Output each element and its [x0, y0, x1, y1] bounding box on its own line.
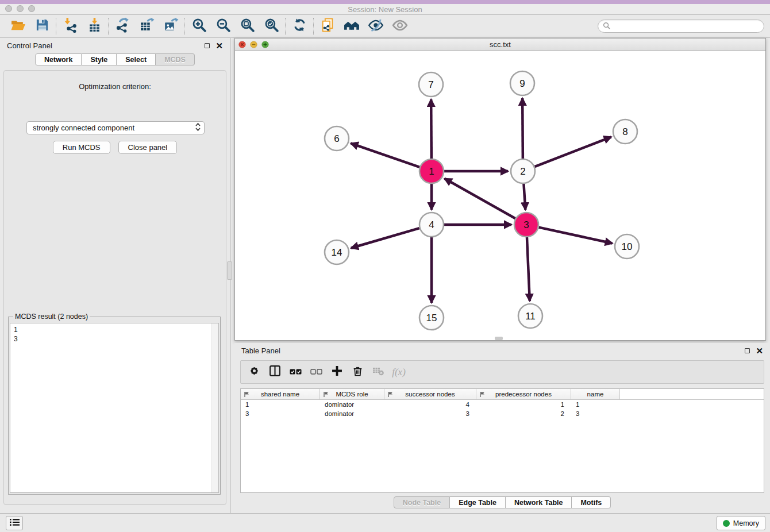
graph-edge-4-14[interactable] [351, 228, 419, 248]
table-settings-button[interactable] [245, 364, 263, 381]
graph-edge-3-1[interactable] [445, 179, 515, 218]
graph-node-label-7: 7 [428, 79, 433, 90]
graph-edge-2-9[interactable] [522, 98, 523, 159]
refresh-layout-button[interactable] [287, 17, 311, 36]
minimize-window-icon[interactable] [17, 5, 24, 12]
export-table-button[interactable] [134, 17, 159, 36]
graph-edge-3-10[interactable] [538, 228, 612, 244]
tab-mcds[interactable]: MCDS [156, 53, 195, 65]
task-history-button[interactable] [6, 516, 23, 530]
column-header-shared-name[interactable]: shared name [241, 389, 320, 399]
graph-edge-3-11[interactable] [527, 237, 530, 301]
home-button[interactable] [340, 17, 364, 36]
table-cell[interactable]: dominator [320, 410, 384, 417]
mcds-result-area[interactable]: 1 3 [10, 323, 219, 493]
network-canvas[interactable]: 7968124314101511 [235, 51, 765, 340]
zoom-window-icon[interactable] [28, 5, 35, 12]
export-image-button[interactable] [159, 17, 183, 36]
zoom-out-icon [215, 17, 231, 35]
zoom-out-button[interactable] [211, 17, 235, 36]
node-table[interactable]: shared nameMCDS rolesuccessor nodesprede… [240, 388, 764, 493]
save-session-button[interactable] [30, 17, 54, 36]
zoom-fit-button[interactable] [235, 17, 259, 36]
function-builder-button[interactable]: f(x) [390, 364, 407, 381]
zoom-fit-icon [240, 17, 255, 35]
network-window-title: scc.txt [490, 40, 511, 49]
run-mcds-button[interactable]: Run MCDS [53, 141, 110, 154]
memory-button[interactable]: Memory [717, 516, 765, 530]
table-cell[interactable]: 3 [384, 410, 476, 417]
mcds-result-title: MCDS result (2 nodes) [13, 313, 90, 321]
close-panel-button[interactable]: Close panel [118, 141, 178, 154]
graph-edge-2-3[interactable] [523, 184, 525, 210]
graph-edge-2-8[interactable] [535, 137, 611, 167]
delete-table-button[interactable] [369, 364, 387, 381]
table-cell[interactable]: 2 [476, 410, 571, 417]
delete-row-button[interactable] [349, 364, 366, 381]
import-table-button[interactable] [82, 17, 106, 36]
column-header-MCDS-role[interactable]: MCDS role [320, 389, 384, 399]
zoom-in-button[interactable] [187, 17, 211, 36]
toolbar-separator [184, 18, 185, 35]
table-row[interactable]: 1dominator411 [241, 400, 764, 409]
control-panel-title: Control Panel [7, 41, 52, 50]
graph-node-label-6: 6 [334, 133, 339, 144]
table-cell[interactable]: dominator [320, 401, 384, 408]
clone-network-button[interactable] [315, 17, 340, 36]
trash-icon [352, 365, 363, 379]
minimize-view-icon[interactable] [250, 41, 257, 50]
search-icon [603, 21, 610, 32]
column-header-name[interactable]: name [571, 389, 620, 399]
save-disk-icon [35, 18, 49, 34]
close-window-icon[interactable] [5, 5, 12, 12]
deselect-all-button[interactable] [307, 364, 325, 381]
table-row[interactable]: 3dominator323 [241, 409, 764, 418]
select-all-button[interactable] [287, 364, 304, 381]
show-columns-button[interactable] [266, 364, 283, 381]
close-view-icon[interactable] [238, 41, 246, 50]
zoom-selected-button[interactable] [259, 17, 283, 36]
graph-edge-1-7[interactable] [431, 99, 432, 159]
tab-edge-table[interactable]: Edge Table [450, 496, 506, 508]
close-panel-icon[interactable]: ✕ [215, 41, 223, 50]
table-cell[interactable]: 1 [241, 401, 320, 408]
maximize-view-icon[interactable] [261, 41, 269, 50]
graph-edges[interactable] [351, 98, 613, 303]
table-cell[interactable]: 3 [241, 410, 320, 417]
float-panel-icon[interactable] [205, 43, 210, 48]
open-session-button[interactable] [6, 17, 30, 36]
zoom-in-icon [191, 17, 207, 35]
column-header-predecessor-nodes[interactable]: predecessor nodes [476, 389, 571, 399]
tab-node-table[interactable]: Node Table [394, 496, 450, 508]
add-row-button[interactable] [328, 364, 345, 381]
graph-node-label-15: 15 [426, 313, 437, 323]
canvas-scrollbar-thumb[interactable] [495, 337, 503, 340]
tab-style[interactable]: Style [82, 53, 117, 65]
network-window-titlebar[interactable]: scc.txt [235, 38, 765, 51]
mcds-result-lines: 1 3 [10, 323, 218, 345]
float-table-panel-icon[interactable] [745, 348, 750, 353]
tab-motifs[interactable]: Motifs [572, 496, 611, 508]
optimization-criterion-select[interactable]: strongly connected component [26, 121, 205, 134]
show-all-button[interactable] [388, 17, 412, 36]
table-cell[interactable]: 1 [476, 401, 571, 408]
table-cell[interactable]: 1 [571, 401, 620, 408]
close-table-panel-icon[interactable]: ✕ [756, 346, 763, 355]
tab-network-table[interactable]: Network Table [506, 496, 572, 508]
graph-node-label-14: 14 [332, 247, 342, 258]
graph-edge-1-6[interactable] [351, 143, 420, 167]
zoom-selected-icon [264, 17, 279, 35]
tab-network[interactable]: Network [35, 53, 82, 65]
traffic-lights[interactable] [5, 5, 35, 12]
export-network-button[interactable] [110, 17, 134, 36]
tab-select[interactable]: Select [117, 53, 156, 65]
graph-node-label-3: 3 [523, 219, 529, 230]
search-input[interactable] [613, 21, 759, 32]
column-header-successor-nodes[interactable]: successor nodes [384, 389, 476, 399]
table-cell[interactable]: 4 [384, 401, 476, 408]
import-network-button[interactable] [58, 17, 82, 36]
table-cell[interactable]: 3 [571, 410, 620, 417]
search-field[interactable] [598, 20, 764, 33]
toggle-visibility-button[interactable] [364, 17, 388, 36]
result-scrollbar[interactable] [211, 323, 218, 492]
